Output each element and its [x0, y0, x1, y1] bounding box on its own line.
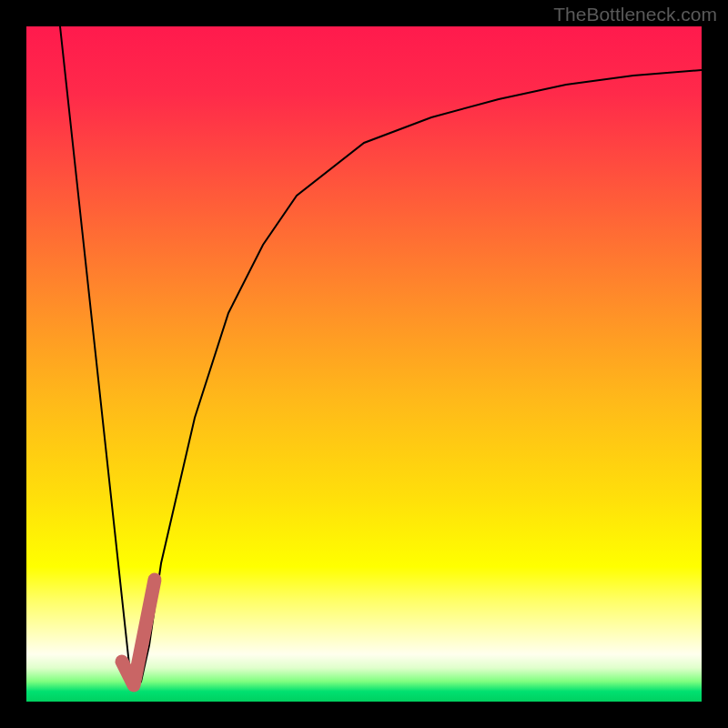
watermark-text: TheBottleneck.com — [553, 4, 717, 25]
chart-svg — [26, 26, 702, 702]
highlight-segment-line — [122, 580, 155, 685]
chart-area — [26, 26, 702, 702]
